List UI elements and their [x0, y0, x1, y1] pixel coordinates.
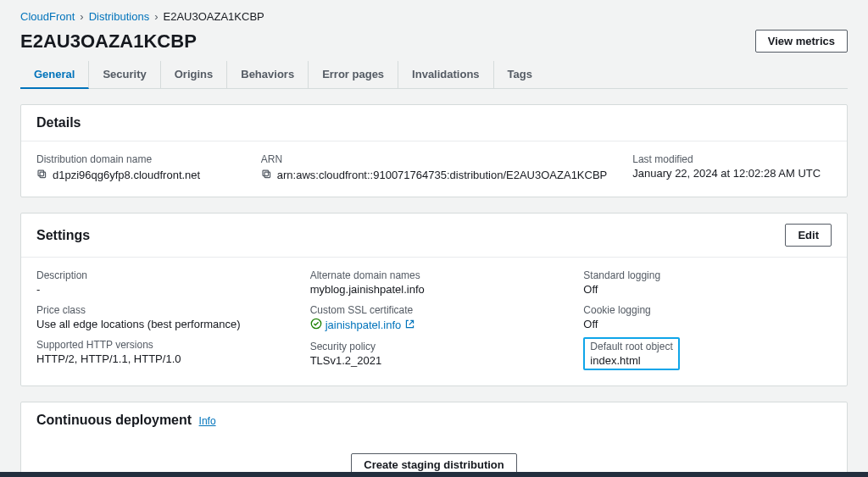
breadcrumb: CloudFront › Distributions › E2AU3OAZA1K…: [20, 10, 848, 23]
edit-button[interactable]: Edit: [785, 224, 832, 247]
standard-logging-label: Standard logging: [583, 269, 832, 281]
security-policy-value: TLSv1.2_2021: [310, 354, 559, 367]
tab-security[interactable]: Security: [89, 61, 160, 88]
default-root-object-value: index.html: [590, 354, 672, 367]
tab-origins[interactable]: Origins: [161, 61, 228, 88]
footer-bar: [0, 472, 868, 477]
view-metrics-button[interactable]: View metrics: [755, 30, 848, 53]
page-title: E2AU3OAZA1KCBP: [20, 31, 197, 53]
last-modified-label: Last modified: [632, 153, 832, 165]
settings-title: Settings: [36, 228, 90, 243]
description-label: Description: [36, 269, 285, 281]
arn-value: arn:aws:cloudfront::910071764735:distrib…: [277, 169, 608, 181]
info-link[interactable]: Info: [199, 415, 216, 427]
svg-rect-2: [264, 172, 270, 178]
cookie-logging-label: Cookie logging: [583, 304, 832, 316]
breadcrumb-distributions[interactable]: Distributions: [89, 10, 150, 23]
tab-general[interactable]: General: [20, 61, 89, 89]
alt-domain-value: myblog.jainishpatel.info: [310, 283, 559, 296]
default-root-object-label: Default root object: [590, 341, 672, 352]
description-value: -: [36, 283, 285, 296]
continuous-deployment-panel: Continuous deployment Info Create stagin…: [20, 402, 848, 477]
domain-name-label: Distribution domain name: [36, 153, 236, 165]
tab-invalidations[interactable]: Invalidations: [398, 61, 493, 88]
price-class-label: Price class: [36, 304, 285, 316]
external-link-icon: [404, 319, 415, 332]
default-root-object-highlight: Default root object index.html: [583, 337, 679, 370]
alt-domain-label: Alternate domain names: [310, 269, 559, 281]
breadcrumb-current: E2AU3OAZA1KCBP: [164, 10, 264, 23]
standard-logging-value: Off: [583, 283, 832, 296]
ssl-cert-label: Custom SSL certificate: [310, 304, 559, 316]
details-panel: Details Distribution domain name d1pzi96…: [20, 104, 848, 197]
check-circle-icon: [310, 318, 322, 332]
http-versions-label: Supported HTTP versions: [36, 339, 285, 351]
price-class-value: Use all edge locations (best performance…: [36, 318, 285, 330]
cookie-logging-value: Off: [583, 318, 832, 330]
security-policy-label: Security policy: [310, 341, 559, 352]
breadcrumb-cloudfront[interactable]: CloudFront: [20, 10, 75, 23]
arn-label: ARN: [261, 153, 608, 165]
breadcrumb-sep: ›: [80, 10, 83, 23]
tab-tags[interactable]: Tags: [494, 61, 546, 88]
tab-error-pages[interactable]: Error pages: [309, 61, 398, 88]
copy-icon[interactable]: [36, 169, 47, 180]
svg-rect-0: [40, 172, 46, 178]
last-modified-value: January 22, 2024 at 12:02:28 AM UTC: [632, 167, 832, 180]
copy-icon[interactable]: [261, 169, 272, 180]
domain-name-value: d1pzi96qg6yfp8.cloudfront.net: [53, 169, 200, 181]
settings-panel: Settings Edit Description - Price class …: [20, 213, 848, 386]
http-versions-value: HTTP/2, HTTP/1.1, HTTP/1.0: [36, 352, 285, 365]
svg-rect-1: [38, 170, 44, 176]
details-title: Details: [36, 115, 81, 130]
svg-rect-3: [263, 170, 269, 176]
continuous-deployment-title: Continuous deployment Info: [36, 413, 216, 428]
tabs: General Security Origins Behaviors Error…: [20, 61, 848, 89]
ssl-cert-link[interactable]: jainishpatel.info: [326, 319, 402, 331]
breadcrumb-sep: ›: [154, 10, 158, 23]
tab-behaviors[interactable]: Behaviors: [227, 61, 309, 88]
